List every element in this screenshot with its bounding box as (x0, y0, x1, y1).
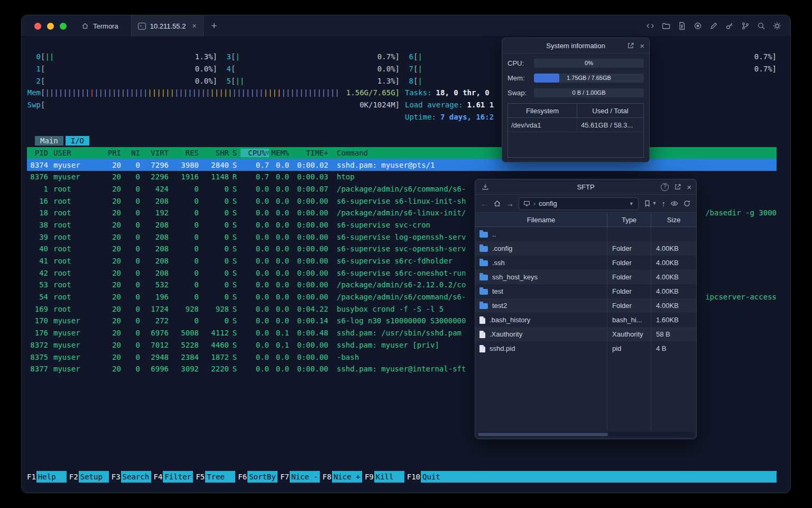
function-key-button[interactable]: F8 Nice + (320, 471, 362, 483)
code-icon[interactable] (645, 21, 655, 31)
horizontal-scrollbar[interactable] (477, 432, 695, 437)
cpu-usage-bar: 0% (534, 59, 644, 68)
key-icon[interactable] (725, 21, 734, 31)
column-header-time[interactable]: TIME+ (289, 149, 328, 157)
record-icon[interactable] (693, 21, 703, 31)
home-icon[interactable] (493, 199, 501, 207)
function-key-button[interactable]: F7 Nice - (278, 471, 320, 483)
proc-res: 3980 (169, 161, 199, 169)
column-header-filename[interactable]: Filename (475, 213, 607, 226)
popout-icon[interactable] (674, 183, 681, 190)
filesystem-row[interactable]: /dev/vda1 45.61GB / 58.3... (508, 118, 643, 132)
column-header-user[interactable]: USER (48, 149, 104, 157)
fn-label: Setup (79, 471, 109, 483)
proc-virt: 208 (140, 257, 169, 265)
column-header-virt[interactable]: VIRT (140, 149, 169, 157)
column-header-state[interactable]: S (229, 149, 241, 157)
window-zoom-button[interactable] (60, 23, 67, 30)
path-breadcrumb[interactable]: › config ▼ (519, 197, 639, 210)
refresh-icon[interactable] (683, 199, 691, 207)
function-key-button[interactable]: F4 Filter (151, 471, 193, 483)
settings-gear-icon[interactable] (772, 21, 782, 31)
filesystem-used-total: 45.61GB / 58.3... (577, 121, 643, 129)
file-row[interactable]: .ssh Folder 4.00KB (475, 256, 696, 270)
file-row[interactable]: .bash_history bash_hi... 1.60KB (475, 313, 696, 327)
tab-io[interactable]: I/O (66, 136, 89, 146)
tab-host-10-211-55-2[interactable]: >_ 10.211.55.2 × (131, 15, 204, 37)
file-table-header: Filename Type Size (475, 213, 696, 227)
proc-user: myuser (48, 161, 104, 169)
function-key-button[interactable]: F1 Help (27, 471, 67, 483)
panel-titlebar[interactable]: SFTP ? × (475, 179, 696, 195)
close-icon[interactable]: × (640, 42, 644, 50)
file-row[interactable]: test Folder 4.00KB (475, 284, 696, 298)
proc-user: root (48, 185, 104, 193)
process-row[interactable]: 8374 myuser 20 0 7296 3980 2840 S 0.7 0.… (27, 159, 777, 171)
function-key-button[interactable]: F3 Search (109, 471, 151, 483)
proc-virt: 1724 (140, 305, 169, 313)
popout-icon[interactable] (627, 42, 634, 49)
parent-directory-icon[interactable]: ↑ (662, 199, 666, 207)
function-key-button[interactable]: F6 SortBy (235, 471, 278, 483)
window-minimize-button[interactable] (47, 23, 54, 30)
tab-close-icon[interactable]: × (192, 22, 196, 30)
column-header-ni[interactable]: NI (121, 149, 140, 157)
column-header-pri[interactable]: PRI (104, 149, 121, 157)
tab-label: 10.211.55.2 (150, 22, 186, 30)
file-row[interactable]: .. (475, 227, 696, 241)
chevron-down-icon[interactable]: ▼ (629, 201, 634, 206)
git-branch-icon[interactable] (741, 21, 750, 31)
search-icon[interactable] (756, 21, 766, 31)
proc-cpu: 0.7 (241, 173, 269, 181)
proc-pri: 20 (104, 161, 121, 169)
back-icon[interactable]: ← (481, 199, 488, 207)
close-icon[interactable]: × (687, 183, 691, 191)
function-key-button[interactable]: F2 Setup (67, 471, 109, 483)
folder-icon[interactable] (661, 21, 671, 31)
download-icon[interactable] (482, 183, 489, 190)
proc-pri: 20 (104, 316, 121, 325)
file-row[interactable]: .Xauthority Xauthority 58 B (475, 327, 696, 341)
proc-ni: 0 (121, 353, 140, 361)
function-key-button[interactable]: F10 Quit (404, 471, 451, 483)
column-header-pid[interactable]: PID (27, 149, 48, 157)
column-header-size[interactable]: Size (651, 213, 696, 226)
show-hidden-eye-icon[interactable] (670, 199, 678, 207)
proc-res: 0 (169, 257, 199, 265)
window-close-button[interactable] (34, 23, 41, 30)
column-header-res[interactable]: RES (169, 149, 199, 157)
proc-virt: 424 (140, 185, 169, 193)
column-header-type[interactable]: Type (607, 213, 651, 226)
column-header-shr[interactable]: SHR (199, 149, 229, 157)
log-file-icon[interactable] (677, 21, 687, 31)
tab-main[interactable]: Main (35, 136, 63, 146)
file-size: 4.00KB (651, 284, 696, 298)
proc-pri: 20 (104, 269, 121, 277)
scrollbar-thumb[interactable] (478, 433, 608, 436)
help-icon[interactable]: ? (661, 183, 669, 191)
cpu-meter-2: 2[0.0%] (27, 77, 217, 85)
file-size: 4 B (651, 341, 696, 356)
column-header-cpu-sorted[interactable]: CPU%▽ (241, 149, 269, 157)
fn-key: F8 (320, 471, 332, 483)
function-key-button[interactable]: F9 Kill (362, 471, 404, 483)
file-row[interactable]: sshd.pid pid 4 B (475, 341, 696, 356)
function-key-button[interactable]: F5 Tree (193, 471, 235, 483)
proc-pri: 20 (104, 233, 121, 241)
column-header-mem[interactable]: MEM% (269, 149, 289, 157)
file-row[interactable]: .config Folder 4.00KB (475, 241, 696, 256)
proc-pid: 8376 (27, 173, 48, 181)
cpu-meter-5: 5[||1.3%] (217, 77, 400, 85)
file-row[interactable]: test2 Folder 4.00KB (475, 298, 696, 313)
new-tab-button[interactable]: + (211, 20, 217, 32)
panel-titlebar[interactable]: System information × (502, 38, 649, 53)
memory-tasks-row: Mem[||||||||||||||||||||||||||||||||||||… (27, 87, 777, 99)
forward-icon[interactable]: → (506, 199, 514, 207)
cpu-meter-row: 1[0.0%] 4[0.0%] 7[|0.7%] (27, 63, 777, 75)
edit-pen-icon[interactable] (709, 21, 718, 31)
sftp-navigation-bar: ← → › config ▼ ▼ ↑ (475, 195, 696, 213)
tab-termora-home[interactable]: Termora (77, 15, 131, 37)
bookmark-icon[interactable]: ▼ (643, 199, 657, 207)
file-row[interactable]: ssh_host_keys Folder 4.00KB (475, 270, 696, 284)
file-size: 58 B (651, 327, 696, 341)
